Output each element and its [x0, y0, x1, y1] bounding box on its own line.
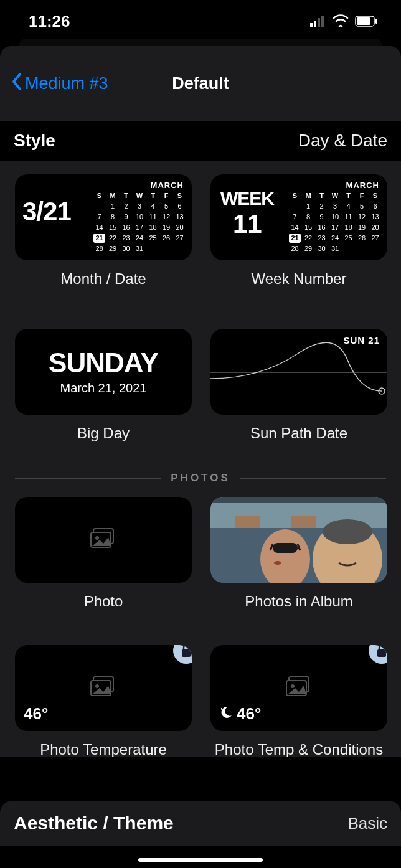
moon-icon — [219, 704, 233, 724]
style-value: Day & Date — [298, 131, 387, 151]
section-divider-photos: PHOTOS — [15, 472, 386, 484]
svg-rect-20 — [273, 543, 298, 553]
aesthetic-value: Basic — [347, 814, 387, 833]
bigday-subtitle: March 21, 2021 — [15, 381, 192, 395]
svg-rect-26 — [377, 649, 386, 657]
style-label: Style — [14, 131, 55, 151]
mini-calendar: MARCHSMTWTFS1234567891011121314151617181… — [93, 181, 186, 255]
option-label: Photo Temperature — [15, 741, 192, 757]
section-title: PHOTOS — [171, 472, 230, 484]
svg-rect-16 — [291, 516, 316, 528]
svg-rect-5 — [357, 17, 370, 25]
svg-point-29 — [291, 684, 295, 688]
week-label: WEEK — [220, 188, 274, 209]
option-label: Week Number — [210, 270, 387, 288]
lock-icon — [173, 645, 192, 664]
signal-icon — [310, 12, 326, 31]
svg-rect-1 — [314, 21, 316, 27]
album-photo-preview — [210, 497, 387, 583]
option-photo-temp-conditions[interactable]: 46° Photo Temp & Conditions — [210, 645, 387, 757]
option-label: Photo — [15, 593, 192, 610]
svg-rect-22 — [182, 649, 191, 657]
option-photo[interactable]: Photo — [15, 497, 192, 610]
svg-point-11 — [95, 536, 99, 540]
md-big-date: 3/21 — [22, 197, 71, 227]
option-label: Photos in Album — [210, 593, 387, 610]
option-label: Month / Date — [15, 270, 192, 288]
option-sun-path[interactable]: SUN 21 Sun Path Date — [210, 329, 387, 442]
back-label: Medium #3 — [25, 74, 108, 93]
svg-rect-6 — [375, 19, 377, 24]
home-indicator[interactable] — [138, 858, 263, 862]
back-button[interactable]: Medium #3 — [11, 72, 108, 95]
aesthetic-label: Aesthetic / Theme — [14, 813, 174, 834]
svg-point-21 — [274, 561, 281, 565]
svg-rect-2 — [318, 18, 320, 27]
week-num: 11 — [233, 209, 262, 239]
svg-rect-15 — [235, 516, 260, 528]
option-big-day[interactable]: SUNDAY March 21, 2021 Big Day — [15, 329, 192, 442]
option-photo-temperature[interactable]: 46° Photo Temperature — [15, 645, 192, 757]
battery-icon — [355, 12, 379, 31]
style-grid-area: 3/21 MARCHSMTWTFS12345678910111213141516… — [0, 161, 401, 757]
svg-rect-0 — [310, 23, 313, 27]
chevron-left-icon — [11, 72, 22, 95]
temperature-label: 46° — [219, 704, 261, 724]
svg-rect-14 — [210, 497, 387, 503]
lock-icon — [369, 645, 387, 664]
photo-placeholder-icon — [90, 676, 117, 701]
svg-point-25 — [95, 684, 99, 688]
photo-placeholder-icon — [285, 676, 313, 701]
style-row[interactable]: Style Day & Date — [0, 121, 401, 161]
status-time: 11:26 — [29, 12, 70, 31]
mini-calendar: MARCHSMTWTFS1234567891011121314151617181… — [289, 181, 381, 255]
svg-rect-3 — [321, 16, 324, 27]
option-label: Sun Path Date — [210, 425, 387, 442]
option-label: Big Day — [15, 425, 192, 442]
option-month-date[interactable]: 3/21 MARCHSMTWTFS12345678910111213141516… — [15, 174, 192, 288]
nav-bar: Medium #3 Default — [0, 46, 401, 121]
svg-point-19 — [323, 519, 372, 544]
option-label: Photo Temp & Conditions — [210, 741, 387, 757]
status-bar: 11:26 — [0, 0, 401, 37]
photo-placeholder-icon — [90, 527, 117, 552]
wifi-icon — [333, 12, 349, 31]
aesthetic-theme-row[interactable]: Aesthetic / Theme Basic — [0, 801, 401, 846]
option-week-number[interactable]: WEEK 11 MARCHSMTWTFS12345678910111213141… — [210, 174, 387, 288]
temperature-label: 46° — [24, 704, 48, 724]
status-icons — [310, 12, 379, 31]
sun-path-curve — [210, 329, 387, 415]
bigday-title: SUNDAY — [15, 347, 192, 379]
option-photos-in-album[interactable]: Photos in Album — [210, 497, 387, 610]
